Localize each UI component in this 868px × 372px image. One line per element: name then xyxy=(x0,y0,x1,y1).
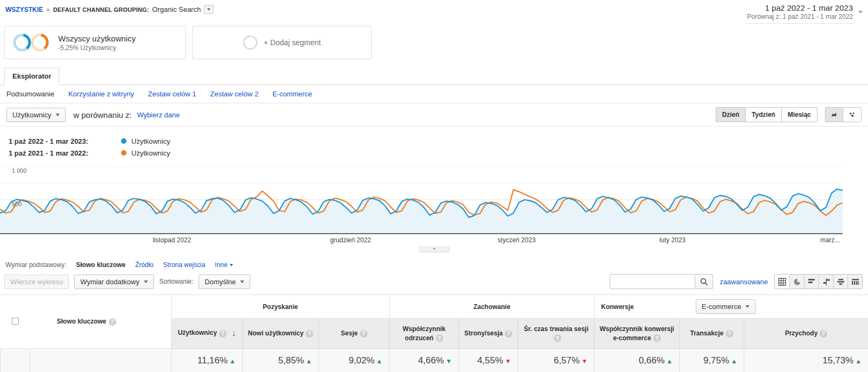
subnav-podsumowanie[interactable]: Podsumowanie xyxy=(6,90,54,98)
chart-collapse-handle[interactable] xyxy=(419,246,449,252)
totals-checkbox-cell xyxy=(1,349,30,372)
chevron-down-icon xyxy=(240,280,244,283)
segment-title: Wszyscy użytkownicy xyxy=(58,34,136,43)
col-header-revenue[interactable]: Przychody? xyxy=(744,319,868,349)
trend-arrow-icon: ▲ xyxy=(731,357,737,365)
trend-arrow-icon: ▲ xyxy=(229,357,236,365)
chevron-down-icon xyxy=(144,280,148,283)
dimension-landing-page-link[interactable]: Strona wejścia xyxy=(163,261,205,269)
search-icon xyxy=(700,278,708,286)
chevron-down-icon xyxy=(433,248,436,250)
dimension-keyword[interactable]: Słowo kluczowe xyxy=(76,261,125,269)
chevron-down-icon xyxy=(745,305,750,308)
dimension-more-dropdown[interactable]: Inne xyxy=(215,261,234,269)
sort-label: Sortowanie: xyxy=(159,278,193,285)
col-header-pages-session[interactable]: Strony/sesja? xyxy=(459,319,518,349)
date-range-primary: 1 paź 2022 - 1 mar 2023 xyxy=(747,3,853,12)
select-all-cell xyxy=(1,295,30,349)
legend-period-label: 1 paź 2022 - 1 mar 2023: xyxy=(9,137,121,145)
metric-select-button[interactable]: Użytkownicy xyxy=(6,108,66,122)
segments-row: Wszyscy użytkownicy -5,25% Użytkownicy +… xyxy=(0,24,868,65)
date-chevron-down-icon[interactable] xyxy=(858,11,863,13)
help-icon[interactable]: ? xyxy=(820,330,827,338)
x-axis-tick-label: styczeń 2023 xyxy=(498,236,536,244)
select-data-link[interactable]: Wybierz dane xyxy=(137,111,180,119)
segment-all-users-card[interactable]: Wszyscy użytkownicy -5,25% Użytkownicy xyxy=(4,26,186,59)
table-search-input[interactable] xyxy=(610,274,695,289)
chart-rows-button: Wiersze wykresu xyxy=(4,275,69,289)
date-range-text[interactable]: 1 paź 2022 - 1 mar 2023 Porównaj z: 1 pa… xyxy=(746,3,854,24)
help-icon[interactable]: ? xyxy=(554,334,561,342)
subnav-zestaw-celow-2[interactable]: Zestaw celów 2 xyxy=(210,90,259,98)
x-axis-tick-label: luty 2023 xyxy=(659,236,686,244)
motion-chart-toggle-button[interactable] xyxy=(843,107,862,122)
col-header-ecommerce-conversion-rate[interactable]: Współczynnik konwersji e-commerce? xyxy=(595,319,680,349)
table-view-selector xyxy=(774,274,863,289)
sort-type-button[interactable]: Domyślne xyxy=(199,275,250,289)
col-header-users[interactable]: Użytkownicy?↓ xyxy=(172,319,243,349)
line-chart-toggle-button[interactable] xyxy=(825,107,843,122)
date-range-selector[interactable]: 1 paź 2022 - 1 mar 2023 Porównaj z: 1 pa… xyxy=(746,3,863,24)
view-percent-button[interactable] xyxy=(789,275,804,289)
totals-avg-session-duration: 6,57%▼ xyxy=(518,349,595,372)
totals-keyword-cell xyxy=(30,349,172,372)
granularity-week-button[interactable]: Tydzień xyxy=(746,107,782,122)
traffic-chart[interactable]: 1 000 500 listopad 2022grudzień 2022styc… xyxy=(0,166,868,252)
view-term-cloud-button[interactable] xyxy=(833,275,848,289)
granularity-month-button[interactable]: Miesiąc xyxy=(782,107,817,122)
conversions-type-dropdown[interactable]: E-commerce xyxy=(696,299,756,314)
help-icon[interactable]: ? xyxy=(306,330,313,338)
view-performance-button[interactable] xyxy=(804,275,818,289)
channel-dropdown-button[interactable] xyxy=(204,5,214,14)
help-icon[interactable]: ? xyxy=(505,330,512,338)
pivot-icon xyxy=(851,278,859,285)
col-header-avg-session-duration[interactable]: Śr. czas trwania sesji? xyxy=(518,319,595,349)
help-icon[interactable]: ? xyxy=(219,330,227,338)
legend-series-name: Użytkownicy xyxy=(131,137,170,145)
search-button[interactable] xyxy=(695,274,713,289)
tab-eksplorator[interactable]: Eksplorator xyxy=(4,68,59,85)
totals-transactions: 9,75%▲ xyxy=(680,349,744,372)
view-table-button[interactable] xyxy=(775,275,789,289)
dimension-source-link[interactable]: Źródło xyxy=(135,261,153,269)
help-icon[interactable]: ? xyxy=(436,334,443,342)
bars-icon xyxy=(808,278,816,285)
view-pivot-button[interactable] xyxy=(848,275,862,289)
add-segment-button[interactable]: + Dodaj segment xyxy=(192,26,372,59)
col-header-bounce-rate[interactable]: Współczynnik odrzuceń? xyxy=(390,319,459,349)
traffic-chart-svg[interactable] xyxy=(0,166,843,233)
group-header-acquisition: Pozyskanie xyxy=(172,295,390,319)
help-icon[interactable]: ? xyxy=(653,334,661,342)
trend-arrow-icon: ▲ xyxy=(376,357,383,365)
totals-revenue: 15,73%▲ xyxy=(744,349,868,372)
breadcrumb-channel-grouping-label: DEFAULT CHANNEL GROUPING: xyxy=(53,6,149,13)
col-header-new-users[interactable]: Nowi użytkownicy? xyxy=(243,319,319,349)
subnav-zestaw-celow-1[interactable]: Zestaw celów 1 xyxy=(148,90,196,98)
line-chart-icon xyxy=(831,111,837,118)
subnav-ecommerce[interactable]: E-commerce xyxy=(272,90,312,98)
select-all-checkbox[interactable] xyxy=(12,318,19,325)
group-header-conversions: Konwersje E-commerce xyxy=(595,295,868,319)
granularity-day-button[interactable]: Dzień xyxy=(716,107,746,122)
subnav-korzystanie[interactable]: Korzystanie z witryny xyxy=(68,90,134,98)
advanced-search-link[interactable]: zaawansowane xyxy=(719,278,768,286)
col-header-sessions[interactable]: Sesje? xyxy=(319,319,390,349)
totals-ecommerce-conversion-rate: 0,66%▲ xyxy=(595,349,680,372)
secondary-dimension-button[interactable]: Wymiar dodatkowy xyxy=(74,275,154,289)
report-tab-bar: Eksplorator xyxy=(0,68,868,85)
keywords-table: Słowo kluczowe? Pozyskanie Zachowanie Ko… xyxy=(0,294,868,372)
help-icon[interactable]: ? xyxy=(109,318,116,326)
help-icon[interactable]: ? xyxy=(726,330,733,338)
chart-type-group xyxy=(825,107,862,122)
view-comparison-button[interactable] xyxy=(818,275,833,289)
trend-arrow-icon: ▲ xyxy=(855,357,862,365)
breadcrumb-all-link[interactable]: WSZYSTKIE xyxy=(5,6,43,13)
dots-chart-icon xyxy=(849,111,855,118)
metric-strip: Użytkownicy w porównaniu z: Wybierz dane… xyxy=(0,103,868,127)
totals-new-users: 5,85%▲ xyxy=(243,349,319,372)
breadcrumb-separator: » xyxy=(46,6,50,13)
help-icon[interactable]: ? xyxy=(360,330,368,338)
col-header-transactions[interactable]: Transakcje? xyxy=(680,319,744,349)
segment-delta: -5,25% Użytkownicy xyxy=(58,44,136,52)
add-segment-label: + Dodaj segment xyxy=(264,38,321,47)
